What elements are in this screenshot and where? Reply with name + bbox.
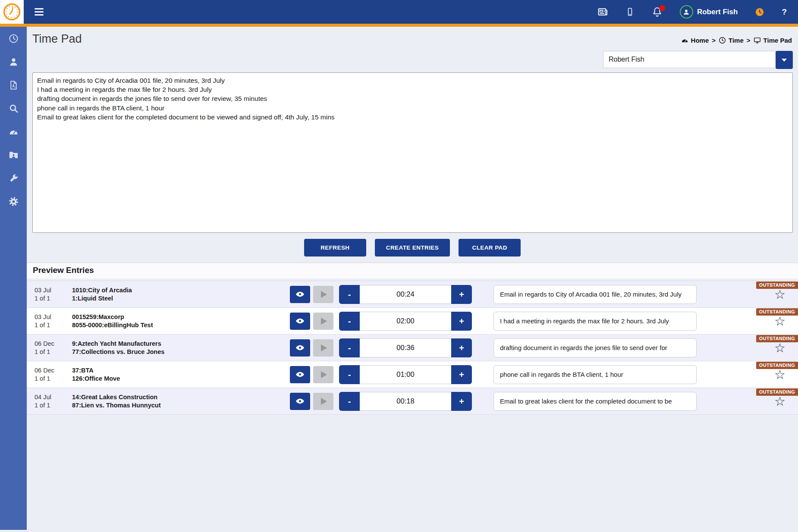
play-timer-button[interactable] (313, 393, 333, 410)
increase-time-button[interactable]: + (451, 285, 472, 304)
timekeeper-select[interactable]: Robert Fish (603, 51, 793, 68)
favorite-star-icon[interactable]: ☆ (771, 342, 789, 354)
search-icon (9, 103, 19, 113)
sidebar (0, 27, 27, 530)
sidebar-item-time[interactable] (0, 27, 27, 50)
entry-matter: 1:Liquid Steel (72, 294, 290, 302)
actions-row: REFRESH CREATE ENTRIES CLEAR PAD (27, 239, 798, 257)
entry-date-column: 03 Jul 1 of 1 (35, 313, 72, 329)
breadcrumb-label: Time (729, 37, 744, 44)
sidebar-item-dashboard[interactable] (0, 120, 27, 143)
chevron-down-icon (782, 59, 787, 62)
view-entry-button[interactable] (290, 366, 310, 383)
entry-description-input[interactable] (493, 338, 697, 357)
menu-toggle-button[interactable] (33, 6, 45, 18)
mobile-app-button[interactable] (625, 7, 635, 16)
increase-time-button[interactable]: + (451, 312, 472, 331)
increase-time-button[interactable]: + (451, 392, 472, 411)
page-header: Time Pad Home>Time>Time Pad (27, 27, 798, 46)
time-pad-textarea[interactable]: Email in regards to City of Arcadia 001 … (32, 72, 793, 233)
refresh-button[interactable]: REFRESH (304, 239, 366, 257)
user-icon (9, 57, 19, 67)
entry-description-input[interactable] (493, 285, 697, 304)
gauge-icon (681, 37, 688, 44)
timekeeper-select-caret-button[interactable] (776, 51, 793, 69)
entry-status-column: OUTSTANDING ☆ (697, 281, 798, 307)
play-timer-button[interactable] (313, 366, 333, 383)
entry-client: 9:Aztech Yacht Manufacturers (72, 340, 290, 347)
favorite-star-icon[interactable]: ☆ (771, 369, 789, 381)
entry-client: 0015259:Maxcorp (72, 313, 290, 321)
sidebar-item-search[interactable] (0, 97, 27, 120)
time-value-input[interactable] (360, 285, 451, 304)
sidebar-item-clients[interactable] (0, 50, 27, 73)
sidebar-item-documents[interactable] (0, 73, 27, 97)
time-value-input[interactable] (360, 338, 451, 357)
entry-date: 06 Dec (35, 340, 72, 347)
entry-date: 03 Jul (35, 313, 72, 321)
time-stepper: - + (339, 392, 472, 411)
time-value-input[interactable] (360, 312, 451, 331)
decrease-time-button[interactable]: - (339, 312, 360, 331)
time-value-input[interactable] (360, 392, 451, 411)
sidebar-item-tools[interactable] (0, 166, 27, 190)
favorite-star-icon[interactable]: ☆ (771, 395, 789, 408)
entry-description-input[interactable] (493, 312, 697, 331)
entry-page-count: 1 of 1 (35, 321, 72, 329)
eye-icon (295, 369, 305, 379)
avatar-person-icon (682, 8, 691, 16)
play-timer-button[interactable] (313, 313, 333, 330)
news-button[interactable] (597, 6, 608, 17)
gear-icon (9, 197, 19, 207)
increase-time-button[interactable]: + (451, 338, 472, 357)
play-timer-button[interactable] (313, 339, 333, 357)
decrease-time-button[interactable]: - (339, 365, 360, 384)
entry-description-input[interactable] (493, 392, 697, 411)
view-entry-button[interactable] (290, 286, 310, 303)
user-menu[interactable]: Robert Fish (680, 5, 738, 19)
clock-logo-icon (3, 3, 21, 21)
decrease-time-button[interactable]: - (339, 285, 360, 304)
entry-status-column: OUTSTANDING ☆ (697, 388, 798, 414)
notifications-button[interactable] (652, 6, 663, 17)
breadcrumb-separator: > (747, 37, 751, 44)
breadcrumb-item-time-pad: Time Pad (754, 37, 792, 44)
clear-pad-button[interactable]: CLEAR PAD (459, 239, 521, 257)
view-entry-button[interactable] (290, 313, 310, 330)
view-entry-button[interactable] (290, 339, 310, 357)
view-entry-button[interactable] (290, 393, 310, 410)
entry-page-count: 1 of 1 (35, 375, 72, 382)
preview-entry-row: 06 Dec 1 of 1 37:BTA 126:Office Move - +… (27, 361, 798, 388)
favorite-star-icon[interactable]: ☆ (771, 315, 789, 328)
eye-icon (295, 289, 305, 299)
accent-strip (0, 24, 798, 27)
top-bar: Robert Fish ? (0, 0, 798, 24)
sidebar-item-contacts[interactable] (0, 143, 27, 166)
favorite-star-icon[interactable]: ☆ (771, 288, 789, 301)
breadcrumb-label: Time Pad (763, 37, 792, 44)
increase-time-button[interactable]: + (451, 365, 472, 384)
timer-button[interactable] (755, 7, 764, 17)
entry-client: 37:BTA (72, 366, 290, 374)
breadcrumb-item-time[interactable]: Time (719, 37, 744, 44)
entry-page-count: 1 of 1 (35, 294, 72, 302)
sidebar-item-settings[interactable] (0, 190, 27, 213)
decrease-time-button[interactable]: - (339, 338, 360, 357)
help-button[interactable]: ? (782, 7, 787, 17)
time-value-input[interactable] (360, 365, 451, 384)
entry-matter-column: 14:Great Lakes Construction 87:Lien vs. … (72, 393, 290, 409)
entry-matter: 8055-0000:eBillingHub Test (72, 321, 290, 329)
page-title: Time Pad (32, 32, 82, 46)
create-entries-button[interactable]: CREATE ENTRIES (375, 239, 450, 257)
play-timer-button[interactable] (313, 286, 333, 303)
entry-description-input[interactable] (493, 365, 697, 384)
entry-matter-column: 0015259:Maxcorp 8055-0000:eBillingHub Te… (72, 313, 290, 329)
entry-date: 03 Jul (35, 286, 72, 294)
decrease-time-button[interactable]: - (339, 392, 360, 411)
breadcrumb-item-home[interactable]: Home (681, 37, 709, 44)
question-mark-icon: ? (782, 7, 787, 17)
entry-client: 14:Great Lakes Construction (72, 393, 290, 401)
wrench-icon (9, 173, 19, 183)
timekeeper-select-value: Robert Fish (609, 56, 644, 63)
clock-icon (9, 34, 19, 44)
